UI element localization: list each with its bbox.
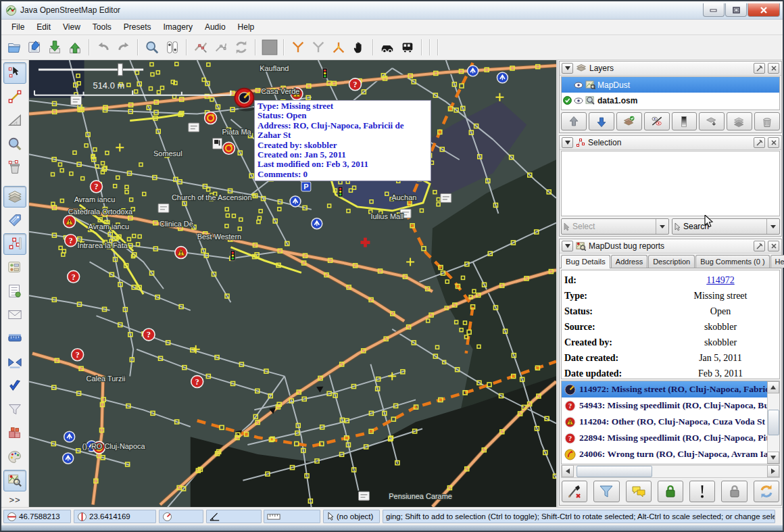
scroll-left-icon[interactable] (562, 465, 574, 477)
refresh-bugs-button[interactable] (754, 481, 779, 502)
refresh-button[interactable] (231, 38, 251, 57)
zoom-selection-button[interactable] (142, 38, 162, 57)
pan-hand-button[interactable] (349, 38, 369, 57)
blue-marker[interactable] (64, 431, 75, 442)
bus-button[interactable] (397, 38, 418, 57)
dropdown-arrow-icon[interactable] (766, 219, 779, 234)
follow-line-button[interactable] (308, 38, 328, 57)
duplicate-layer-button[interactable] (699, 112, 725, 130)
warning-marker[interactable] (64, 216, 76, 228)
mapdust-toggle-button[interactable] (3, 470, 26, 491)
selection-list[interactable] (561, 151, 780, 216)
redo-button[interactable] (114, 38, 134, 57)
bug-list-item[interactable]: ?22894: Missing speedlimit (RO, Cluj-Nap… (562, 430, 779, 446)
layer-row-mapdust[interactable]: MapDust (562, 77, 779, 93)
relations-toggle-button[interactable] (3, 257, 26, 279)
collapse-icon[interactable] (562, 241, 573, 251)
select-tool-button[interactable] (3, 62, 26, 84)
sticky-icon[interactable] (754, 63, 765, 74)
selection-toggle-button[interactable] (3, 233, 26, 255)
blue-marker[interactable] (290, 196, 301, 207)
merge-layer-button[interactable] (616, 112, 642, 130)
close-panel-icon[interactable] (768, 241, 779, 251)
delete-layer-button[interactable] (754, 112, 780, 130)
save-button[interactable] (24, 38, 45, 57)
merge-ways-button[interactable] (288, 38, 308, 57)
tags-toggle-button[interactable] (3, 210, 26, 231)
edit-tools-button[interactable] (211, 38, 231, 57)
filter-toggle-button[interactable] (3, 399, 26, 420)
red-cross-marker[interactable] (360, 238, 370, 247)
sticky-icon[interactable] (754, 241, 765, 251)
question-marker[interactable]: ? (68, 270, 80, 283)
layer-row-data1.osm[interactable]: data1.osm (562, 93, 779, 108)
comment-bug-button[interactable] (626, 481, 652, 502)
download-gps-button[interactable] (191, 38, 211, 57)
menu-presets[interactable]: Presets (118, 20, 157, 34)
close-bug-button[interactable] (658, 481, 683, 502)
upload-button[interactable] (65, 38, 85, 57)
question-marker[interactable]: ? (72, 349, 84, 361)
warning-marker[interactable] (175, 247, 187, 259)
blue-marker[interactable] (468, 66, 479, 76)
tab-bug-details[interactable]: Bug Details (561, 255, 610, 268)
show-hide-layer-button[interactable] (644, 112, 670, 130)
search-dropdown-button[interactable]: Search (672, 218, 780, 235)
imagery-button[interactable] (260, 38, 280, 57)
title-bar[interactable]: Java OpenStreetMap Editor (1, 1, 783, 20)
traffic-light-marker[interactable] (322, 68, 327, 78)
question-marker[interactable]: ? (349, 78, 362, 91)
selected-bug-marker[interactable] (235, 89, 254, 112)
dropdown-arrow-icon[interactable] (656, 219, 668, 234)
scroll-thumb[interactable] (577, 466, 652, 477)
poi-box-marker[interactable] (189, 123, 199, 132)
layer-opacity-button[interactable] (672, 112, 697, 130)
close-button[interactable] (748, 3, 780, 17)
changeset-toggle-button[interactable] (3, 422, 26, 444)
split-way-button[interactable] (328, 38, 349, 57)
question-marker[interactable]: ? (91, 180, 103, 193)
move-layer-button[interactable] (727, 112, 752, 130)
scroll-down-icon[interactable] (767, 452, 779, 464)
bug-list-item[interactable]: 114972: Missing street (RO, Cluj-Napoca,… (562, 381, 779, 397)
delete-tool-button[interactable] (3, 157, 26, 178)
question-marker[interactable]: ? (65, 235, 77, 247)
open-button[interactable] (4, 38, 24, 57)
tab-bug-comments-0[interactable]: Bug Comments (0 ) (695, 255, 769, 268)
toolbar-overflow-button[interactable]: >> (9, 495, 20, 505)
traffic-light-marker[interactable] (230, 251, 235, 261)
validator-toggle-button[interactable] (3, 375, 26, 397)
tab-help[interactable]: Help (770, 255, 784, 268)
tab-description[interactable]: Description (648, 255, 695, 268)
reopen-bug-button[interactable] (721, 481, 747, 502)
maximize-button[interactable] (725, 3, 747, 17)
add-bug-button[interactable] (562, 481, 587, 502)
bug-list-item[interactable]: 24006: Wrong turn (RO, Cluj-Napoca, Avra… (562, 446, 779, 462)
poi-box-marker[interactable] (441, 193, 451, 202)
traffic-light-marker[interactable] (338, 187, 343, 197)
blue-marker[interactable] (63, 453, 74, 464)
mappaint-toggle-button[interactable] (3, 446, 26, 468)
download-button[interactable] (45, 38, 65, 57)
menu-tools[interactable]: Tools (87, 20, 118, 34)
scroll-right-icon[interactable] (767, 465, 779, 477)
menu-edit[interactable]: Edit (30, 20, 57, 34)
close-panel-icon[interactable] (768, 137, 779, 148)
poi-box-marker[interactable] (358, 491, 369, 500)
horizontal-scrollbar[interactable] (561, 465, 780, 478)
bug-list-item[interactable]: 114204: Other (RO, Cluj-Napoca, Cuza Vod… (562, 414, 779, 430)
question-marker[interactable]: ? (143, 329, 155, 341)
undo-button[interactable] (93, 38, 114, 57)
select-dropdown-button[interactable]: Select (561, 218, 669, 235)
zoom-tool-button[interactable] (3, 133, 26, 155)
menu-file[interactable]: File (5, 20, 30, 34)
fuel-marker[interactable] (213, 138, 222, 149)
visibility-eye-icon[interactable] (574, 82, 583, 89)
notes-toggle-button[interactable] (3, 304, 26, 326)
poi-box-marker[interactable] (158, 203, 169, 212)
turn-marker[interactable] (205, 112, 217, 124)
scroll-thumb[interactable] (768, 410, 779, 435)
menu-view[interactable]: View (57, 20, 87, 34)
menu-imagery[interactable]: Imagery (157, 20, 199, 34)
bug-id-link[interactable]: 114972 (706, 275, 734, 285)
